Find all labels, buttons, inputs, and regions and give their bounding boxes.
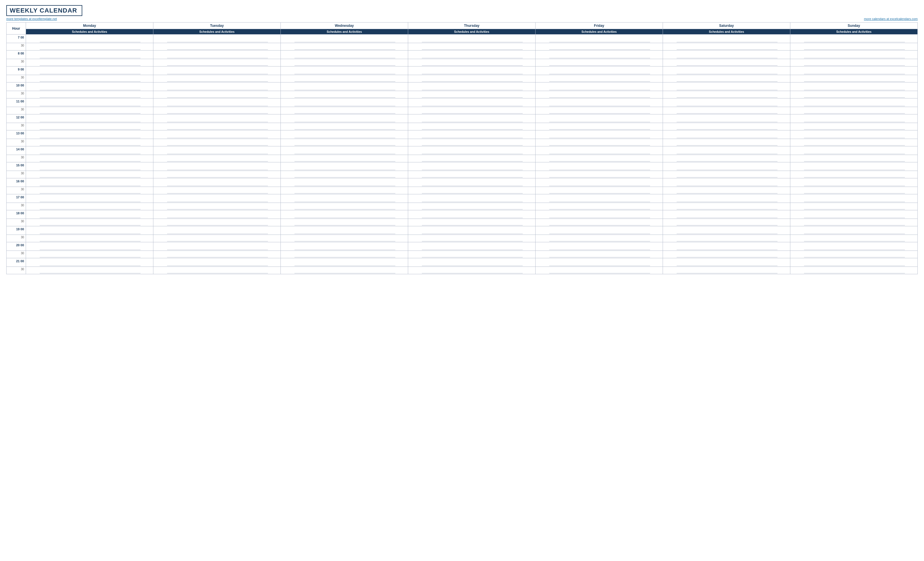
right-link[interactable]: more calendars at excelcalendars.com (864, 17, 918, 21)
hour-cell[interactable] (663, 51, 790, 59)
half-hour-cell[interactable] (26, 43, 153, 51)
hour-cell[interactable] (153, 82, 281, 91)
hour-cell[interactable] (663, 258, 790, 267)
half-hour-cell[interactable] (536, 91, 663, 99)
hour-cell[interactable] (26, 130, 153, 139)
half-hour-cell[interactable] (281, 59, 408, 66)
hour-cell[interactable] (153, 99, 281, 107)
half-hour-cell[interactable] (153, 267, 281, 274)
half-hour-cell[interactable] (663, 219, 790, 226)
half-hour-cell[interactable] (536, 107, 663, 114)
hour-cell[interactable] (26, 210, 153, 219)
hour-cell[interactable] (790, 242, 918, 251)
half-hour-cell[interactable] (663, 267, 790, 274)
hour-cell[interactable] (281, 34, 408, 43)
hour-cell[interactable] (663, 66, 790, 75)
hour-cell[interactable] (281, 66, 408, 75)
half-hour-cell[interactable] (26, 107, 153, 114)
hour-cell[interactable] (281, 147, 408, 155)
half-hour-cell[interactable] (153, 139, 281, 147)
hour-cell[interactable] (536, 130, 663, 139)
hour-cell[interactable] (26, 194, 153, 203)
left-link[interactable]: more templates at exceltemplate.net (6, 17, 57, 21)
hour-cell[interactable] (153, 194, 281, 203)
hour-cell[interactable] (26, 242, 153, 251)
half-hour-cell[interactable] (281, 155, 408, 162)
hour-cell[interactable] (281, 130, 408, 139)
hour-cell[interactable] (281, 194, 408, 203)
half-hour-cell[interactable] (408, 75, 536, 82)
half-hour-cell[interactable] (281, 251, 408, 258)
hour-cell[interactable] (408, 99, 536, 107)
half-hour-cell[interactable] (153, 219, 281, 226)
hour-cell[interactable] (663, 194, 790, 203)
half-hour-cell[interactable] (408, 187, 536, 194)
hour-cell[interactable] (663, 242, 790, 251)
half-hour-cell[interactable] (153, 75, 281, 82)
half-hour-cell[interactable] (26, 75, 153, 82)
half-hour-cell[interactable] (153, 123, 281, 130)
hour-cell[interactable] (408, 226, 536, 235)
half-hour-cell[interactable] (790, 235, 918, 242)
half-hour-cell[interactable] (536, 43, 663, 51)
hour-cell[interactable] (153, 130, 281, 139)
half-hour-cell[interactable] (536, 235, 663, 242)
half-hour-cell[interactable] (663, 187, 790, 194)
half-hour-cell[interactable] (790, 219, 918, 226)
hour-cell[interactable] (408, 194, 536, 203)
hour-cell[interactable] (408, 258, 536, 267)
hour-cell[interactable] (408, 210, 536, 219)
hour-cell[interactable] (26, 162, 153, 171)
half-hour-cell[interactable] (536, 155, 663, 162)
half-hour-cell[interactable] (153, 251, 281, 258)
half-hour-cell[interactable] (663, 43, 790, 51)
hour-cell[interactable] (26, 226, 153, 235)
half-hour-cell[interactable] (663, 235, 790, 242)
hour-cell[interactable] (790, 82, 918, 91)
hour-cell[interactable] (26, 34, 153, 43)
hour-cell[interactable] (790, 99, 918, 107)
hour-cell[interactable] (281, 258, 408, 267)
hour-cell[interactable] (790, 258, 918, 267)
hour-cell[interactable] (408, 114, 536, 123)
half-hour-cell[interactable] (408, 107, 536, 114)
hour-cell[interactable] (790, 34, 918, 43)
half-hour-cell[interactable] (281, 171, 408, 178)
half-hour-cell[interactable] (663, 59, 790, 66)
half-hour-cell[interactable] (281, 43, 408, 51)
hour-cell[interactable] (663, 114, 790, 123)
half-hour-cell[interactable] (663, 123, 790, 130)
half-hour-cell[interactable] (790, 171, 918, 178)
hour-cell[interactable] (153, 51, 281, 59)
hour-cell[interactable] (153, 258, 281, 267)
hour-cell[interactable] (408, 82, 536, 91)
hour-cell[interactable] (281, 51, 408, 59)
hour-cell[interactable] (790, 130, 918, 139)
half-hour-cell[interactable] (153, 59, 281, 66)
hour-cell[interactable] (536, 82, 663, 91)
half-hour-cell[interactable] (281, 187, 408, 194)
hour-cell[interactable] (153, 66, 281, 75)
half-hour-cell[interactable] (790, 43, 918, 51)
half-hour-cell[interactable] (281, 107, 408, 114)
hour-cell[interactable] (790, 66, 918, 75)
hour-cell[interactable] (26, 178, 153, 187)
hour-cell[interactable] (408, 34, 536, 43)
half-hour-cell[interactable] (408, 267, 536, 274)
half-hour-cell[interactable] (536, 187, 663, 194)
hour-cell[interactable] (790, 51, 918, 59)
hour-cell[interactable] (408, 162, 536, 171)
hour-cell[interactable] (536, 114, 663, 123)
hour-cell[interactable] (536, 226, 663, 235)
half-hour-cell[interactable] (663, 203, 790, 210)
half-hour-cell[interactable] (790, 251, 918, 258)
half-hour-cell[interactable] (26, 155, 153, 162)
hour-cell[interactable] (281, 178, 408, 187)
half-hour-cell[interactable] (663, 139, 790, 147)
hour-cell[interactable] (281, 162, 408, 171)
hour-cell[interactable] (281, 99, 408, 107)
half-hour-cell[interactable] (408, 91, 536, 99)
half-hour-cell[interactable] (153, 171, 281, 178)
hour-cell[interactable] (790, 147, 918, 155)
hour-cell[interactable] (663, 162, 790, 171)
